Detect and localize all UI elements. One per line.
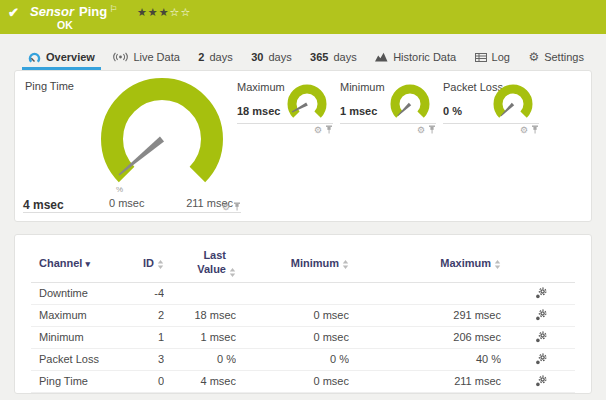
stars-empty[interactable]: ☆☆ <box>170 6 192 18</box>
sort-desc-icon: ▾ <box>85 259 90 269</box>
sort-idle-icon <box>494 260 501 269</box>
prtg-sensor-page: ✔ SensorPing⚐ ★★★☆☆ OK Overview Live Dat… <box>0 0 606 400</box>
table-row: Packet Loss 3 0 % 0 % 40 % <box>31 349 575 371</box>
minimum-value: 0 msec <box>236 309 349 321</box>
tab-2-days[interactable]: 2 days <box>192 51 238 70</box>
last-value: 4 msec <box>164 375 236 387</box>
ping-time-value: 4 msec <box>23 198 64 212</box>
gauges-panel: Ping Time % 0 msec 211 msec 4 msec ⚙ <box>14 70 592 222</box>
sensor-title: SensorPing⚐ ★★★☆☆ <box>30 4 191 19</box>
last-value: 0 % <box>164 353 236 365</box>
channel-settings-button[interactable] <box>535 309 547 321</box>
channel-gear-icon <box>535 375 547 387</box>
pin-icon[interactable] <box>531 125 539 134</box>
main-gauge-label: Ping Time <box>25 80 74 92</box>
minimum-gauge: Minimum 1 msec ⚙ <box>340 81 436 123</box>
main-gauge-footer: 4 msec ⚙ <box>23 197 241 213</box>
sort-idle-icon <box>157 260 164 269</box>
channel-settings-button[interactable] <box>535 353 547 365</box>
status-badge: OK <box>57 19 73 31</box>
channel-settings-button[interactable] <box>535 287 547 299</box>
gauge-corner-icons: ⚙ <box>222 202 241 212</box>
tab-settings[interactable]: ⚙ Settings <box>522 51 590 70</box>
channel-name: Packet Loss <box>31 353 129 365</box>
channel-name: Maximum <box>31 309 129 321</box>
tab-number: 365 <box>310 51 328 63</box>
pin-icon[interactable] <box>325 125 333 134</box>
ping-time-gauge: % 0 msec 211 msec <box>87 77 237 217</box>
status-check-icon: ✔ <box>8 5 19 20</box>
gauge-settings-icon[interactable]: ⚙ <box>520 126 528 134</box>
tab-overview[interactable]: Overview <box>22 51 101 70</box>
percent-toggle-icon[interactable]: % <box>116 185 123 194</box>
sort-idle-icon <box>229 268 236 277</box>
sensor-header: ✔ SensorPing⚐ ★★★☆☆ OK <box>0 0 606 34</box>
channel-gear-icon <box>535 353 547 365</box>
gauge-value: 1 msec <box>340 105 377 117</box>
tab-label: days <box>333 51 356 63</box>
channel-settings-button[interactable] <box>535 331 547 343</box>
table-row: Downtime -4 <box>31 283 575 305</box>
divider <box>443 123 539 124</box>
gauge-corner-icons: ⚙ <box>520 125 539 134</box>
column-header-minimum[interactable]: Minimum <box>236 257 349 269</box>
gauge-corner-icons: ⚙ <box>314 125 333 134</box>
divider <box>237 123 333 124</box>
tab-historic-data[interactable]: Historic Data <box>369 51 462 70</box>
channel-id: 2 <box>129 309 164 321</box>
tab-live-data[interactable]: Live Data <box>107 51 185 70</box>
maximum-gauge: Maximum 18 msec ⚙ <box>237 81 333 123</box>
last-value: 1 msec <box>164 331 236 343</box>
packet-loss-gauge: Packet Loss 0 % ⚙ <box>443 81 539 123</box>
stars-filled[interactable]: ★★★ <box>137 6 170 18</box>
tab-label: Live Data <box>133 51 179 63</box>
maximum-value: 206 msec <box>349 331 501 343</box>
tab-log[interactable]: Log <box>469 51 516 70</box>
channel-gear-icon <box>535 331 547 343</box>
tab-label: Overview <box>46 51 95 63</box>
priority-stars[interactable]: ★★★☆☆ <box>137 6 191 18</box>
gauge-icon <box>28 52 41 63</box>
pin-icon[interactable] <box>233 202 241 211</box>
channel-settings-button[interactable] <box>535 375 547 387</box>
maximum-value: 291 msec <box>349 309 501 321</box>
divider <box>340 123 436 124</box>
channel-name: Ping Time <box>31 375 129 387</box>
gear-icon: ⚙ <box>528 52 539 62</box>
gauge-arc <box>489 83 537 127</box>
channel-gear-icon <box>535 287 547 299</box>
tab-label: Settings <box>544 51 584 63</box>
tab-label: days <box>209 51 232 63</box>
flag-icon[interactable]: ⚐ <box>109 4 117 14</box>
broadcast-icon <box>113 52 128 62</box>
gauge-arc <box>386 83 434 127</box>
tab-365-days[interactable]: 365 days <box>304 51 363 70</box>
channel-id: 0 <box>129 375 164 387</box>
column-header-maximum[interactable]: Maximum <box>349 257 501 269</box>
maximum-value: 40 % <box>349 353 501 365</box>
tab-number: 2 <box>198 51 204 63</box>
channel-id: 3 <box>129 353 164 365</box>
gauge-settings-icon[interactable]: ⚙ <box>417 126 425 134</box>
table-row: Minimum 1 1 msec 0 msec 206 msec <box>31 327 575 349</box>
tab-30-days[interactable]: 30 days <box>245 51 298 70</box>
column-header-channel[interactable]: Channel ▾ <box>31 257 129 269</box>
tab-label: days <box>268 51 291 63</box>
channel-id: 1 <box>129 331 164 343</box>
channels-table-panel: Channel ▾ ID Last Value Minimum <box>14 234 592 394</box>
sensor-name: Ping <box>79 4 107 19</box>
channel-id: -4 <box>129 287 164 299</box>
sort-idle-icon <box>342 260 349 269</box>
log-icon <box>475 53 487 62</box>
column-header-id[interactable]: ID <box>129 257 164 269</box>
gauge-settings-icon[interactable]: ⚙ <box>314 126 322 134</box>
tab-bar: Overview Live Data 2 days 30 days 365 da… <box>0 34 606 70</box>
pin-icon[interactable] <box>428 125 436 134</box>
channel-name: Minimum <box>31 331 129 343</box>
minimum-value: 0 msec <box>236 331 349 343</box>
channel-gear-icon <box>535 309 547 321</box>
gauge-settings-icon[interactable]: ⚙ <box>222 203 230 211</box>
channel-name: Downtime <box>31 287 129 299</box>
column-header-last-value[interactable]: Last Value <box>164 249 236 277</box>
tab-label: Historic Data <box>393 51 456 63</box>
